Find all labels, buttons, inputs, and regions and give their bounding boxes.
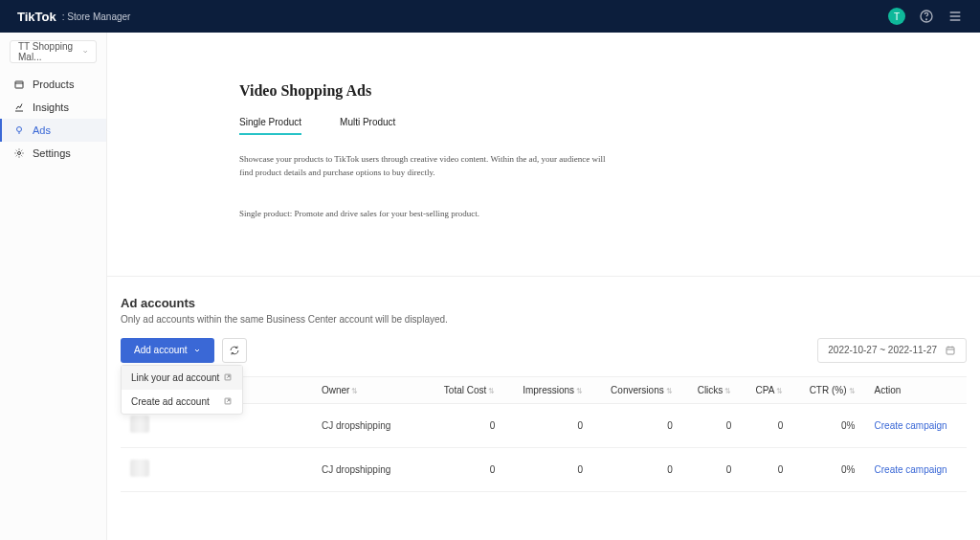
refresh-button[interactable]: [222, 338, 247, 363]
col-conversions[interactable]: Conversions⇅: [592, 376, 682, 403]
cell-account: [121, 447, 312, 491]
help-icon[interactable]: [919, 9, 934, 24]
cell-owner: CJ dropshipping: [312, 403, 427, 447]
col-ctr[interactable]: CTR (%)⇅: [792, 376, 864, 403]
chevron-down-icon: [82, 48, 88, 56]
hero-card: Video Shopping Ads Single Product Multi …: [107, 50, 980, 277]
sidebar-item-label: Settings: [33, 147, 71, 159]
dropdown-link-account[interactable]: Link your ad account: [122, 366, 242, 390]
shop-selector[interactable]: TT Shopping Mal...: [10, 40, 97, 63]
cell-clicks: 0: [682, 403, 742, 447]
cell-impressions: 0: [504, 447, 592, 491]
logo-sub: : Store Manager: [62, 11, 131, 22]
shop-name: TT Shopping Mal...: [18, 41, 82, 62]
main-content: Video Shopping Ads Single Product Multi …: [107, 33, 980, 540]
cell-total-cost: 0: [427, 403, 504, 447]
tab-multi-product[interactable]: Multi Product: [340, 117, 395, 135]
accounts-table: A Owner⇅ Total Cost⇅ Impressions⇅ Conver…: [121, 376, 967, 492]
cell-ctr: 0%: [792, 403, 864, 447]
create-campaign-link[interactable]: Create campaign: [875, 420, 947, 431]
refresh-icon: [229, 345, 240, 356]
col-clicks[interactable]: Clicks⇅: [682, 376, 742, 403]
cell-impressions: 0: [504, 403, 592, 447]
tab-description: Showcase your products to TikTok users t…: [239, 152, 612, 180]
menu-icon[interactable]: [947, 9, 963, 24]
cell-conversions: 0: [592, 403, 682, 447]
cell-total-cost: 0: [427, 447, 504, 491]
cell-cpa: 0: [741, 403, 792, 447]
external-link-icon: [223, 372, 233, 382]
cell-cpa: 0: [741, 447, 792, 491]
section-subtitle: Only ad accounts within the same Busines…: [121, 314, 967, 325]
product-tabs: Single Product Multi Product: [239, 117, 980, 135]
controls-row: Add account Link your ad account Crea: [121, 338, 967, 363]
external-link-icon: [223, 396, 233, 406]
table-row: CJ dropshipping 0 0 0 0 0 0% Create camp…: [121, 447, 967, 491]
sidebar-item-insights[interactable]: Insights: [0, 96, 106, 119]
sidebar-item-products[interactable]: Products: [0, 73, 106, 96]
page-title: Video Shopping Ads: [239, 82, 980, 100]
gear-icon: [13, 147, 25, 159]
cell-action: Create campaign: [865, 403, 967, 447]
logo-text: TikTok: [17, 10, 56, 24]
section-title: Ad accounts: [121, 296, 967, 310]
sidebar: TT Shopping Mal... Products Insights Ads…: [0, 33, 107, 540]
blurred-thumb: [130, 460, 149, 477]
ad-accounts-section: Ad accounts Only ad accounts within the …: [107, 277, 980, 492]
cell-conversions: 0: [592, 447, 682, 491]
cell-ctr: 0%: [792, 447, 864, 491]
add-account-button[interactable]: Add account: [121, 338, 214, 363]
col-owner[interactable]: Owner⇅: [312, 376, 427, 403]
table-row: CJ dropshipping 0 0 0 0 0 0% Create camp…: [121, 403, 967, 447]
table-header-row: A Owner⇅ Total Cost⇅ Impressions⇅ Conver…: [121, 376, 967, 403]
sidebar-item-label: Ads: [33, 124, 51, 136]
cell-clicks: 0: [682, 447, 742, 491]
date-range-picker[interactable]: 2022-10-27 ~ 2022-11-27: [817, 338, 967, 363]
sidebar-item-label: Insights: [33, 101, 69, 113]
chart-icon: [13, 101, 25, 113]
header-right: T: [888, 8, 963, 25]
col-impressions[interactable]: Impressions⇅: [504, 376, 592, 403]
sidebar-item-settings[interactable]: Settings: [0, 142, 106, 165]
avatar[interactable]: T: [888, 8, 905, 25]
svg-point-1: [926, 19, 927, 20]
calendar-icon: [945, 345, 956, 356]
svg-point-4: [18, 152, 21, 155]
chevron-down-icon: [193, 347, 201, 354]
tab-single-product[interactable]: Single Product: [239, 117, 301, 135]
svg-rect-2: [15, 81, 23, 88]
col-total-cost[interactable]: Total Cost⇅: [427, 376, 504, 403]
col-action: Action: [865, 376, 967, 403]
cell-action: Create campaign: [865, 447, 967, 491]
box-icon: [13, 79, 25, 90]
blurred-thumb: [130, 416, 149, 433]
dropdown-create-account[interactable]: Create ad account: [122, 390, 242, 414]
logo: TikTok : Store Manager: [17, 10, 130, 24]
col-cpa[interactable]: CPA⇅: [741, 376, 792, 403]
add-account-dropdown: Link your ad account Create ad account: [121, 365, 243, 415]
sidebar-item-ads[interactable]: Ads: [0, 119, 106, 142]
bulb-icon: [13, 124, 25, 136]
sidebar-item-label: Products: [33, 79, 74, 90]
svg-rect-7: [947, 347, 954, 354]
top-header: TikTok : Store Manager T: [0, 0, 980, 33]
svg-point-3: [17, 127, 22, 132]
tab-description-2: Single product: Promote and drive sales …: [239, 209, 980, 218]
cell-owner: CJ dropshipping: [312, 447, 427, 491]
create-campaign-link[interactable]: Create campaign: [875, 464, 947, 475]
